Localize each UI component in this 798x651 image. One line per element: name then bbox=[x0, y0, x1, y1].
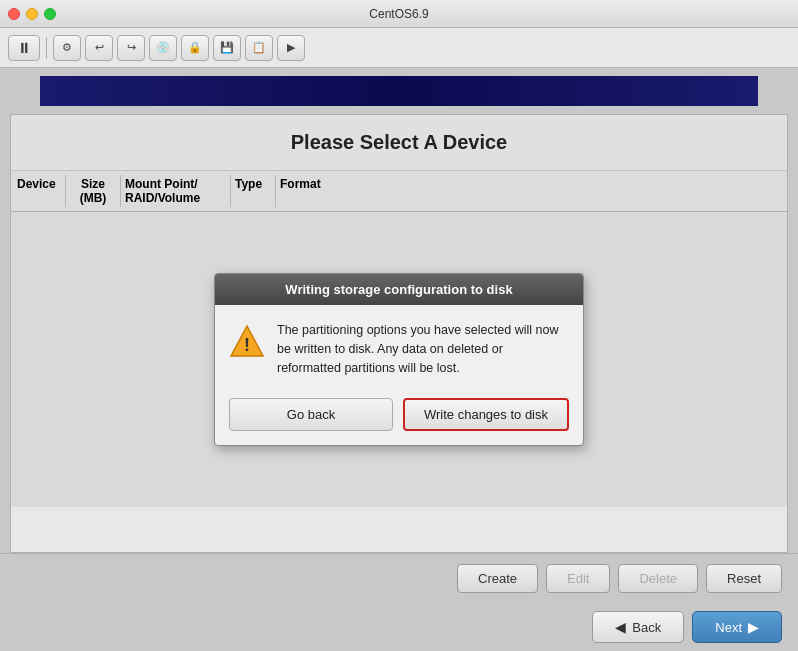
dialog-box: Writing storage configuration to disk ! … bbox=[214, 273, 584, 445]
save-icon[interactable]: 💾 bbox=[213, 35, 241, 61]
next-nav-label: Next bbox=[715, 620, 742, 635]
col-device-header: Device bbox=[11, 175, 66, 207]
window-title: CentOS6.9 bbox=[369, 7, 428, 21]
back-nav-button[interactable]: ◀ Back bbox=[592, 611, 684, 643]
settings-icon[interactable]: ⚙ bbox=[53, 35, 81, 61]
reset-button[interactable]: Reset bbox=[706, 564, 782, 593]
content-body: Writing storage configuration to disk ! … bbox=[11, 212, 787, 507]
dialog-buttons: Go back Write changes to disk bbox=[215, 390, 583, 445]
toolbar-separator bbox=[46, 37, 47, 59]
page-title-section: Please Select A Device bbox=[11, 115, 787, 171]
lock-icon[interactable]: 🔒 bbox=[181, 35, 209, 61]
page-title: Please Select A Device bbox=[291, 131, 507, 153]
svg-text:!: ! bbox=[244, 335, 250, 355]
col-format-header: Format bbox=[276, 175, 336, 207]
pause-button[interactable]: ⏸ bbox=[8, 35, 40, 61]
back-nav-label: Back bbox=[632, 620, 661, 635]
next-nav-button[interactable]: Next ▶ bbox=[692, 611, 782, 643]
bottom-nav-bar: ◀ Back Next ▶ bbox=[0, 603, 798, 651]
write-changes-button[interactable]: Write changes to disk bbox=[403, 398, 569, 431]
delete-button[interactable]: Delete bbox=[618, 564, 698, 593]
col-size-header: Size(MB) bbox=[66, 175, 121, 207]
warning-icon: ! bbox=[229, 323, 265, 359]
bottom-action-bar: Create Edit Delete Reset bbox=[0, 553, 798, 603]
blue-banner bbox=[40, 76, 758, 106]
back-arrow-icon[interactable]: ↩ bbox=[85, 35, 113, 61]
dialog-title: Writing storage configuration to disk bbox=[215, 274, 583, 305]
minimize-button[interactable] bbox=[26, 8, 38, 20]
main-content-wrapper: Please Select A Device Device Size(MB) M… bbox=[10, 114, 788, 553]
window-controls bbox=[8, 8, 56, 20]
col-mount-header: Mount Point/RAID/Volume bbox=[121, 175, 231, 207]
table-header: Device Size(MB) Mount Point/RAID/Volume … bbox=[11, 171, 787, 212]
play-icon[interactable]: ▶ bbox=[277, 35, 305, 61]
copy-icon[interactable]: 📋 bbox=[245, 35, 273, 61]
dialog-message: The partitioning options you have select… bbox=[277, 321, 569, 377]
forward-arrow-icon[interactable]: ↪ bbox=[117, 35, 145, 61]
back-arrow-icon: ◀ bbox=[615, 619, 626, 635]
dialog-body: ! The partitioning options you have sele… bbox=[215, 305, 583, 389]
go-back-button[interactable]: Go back bbox=[229, 398, 393, 431]
create-button[interactable]: Create bbox=[457, 564, 538, 593]
toolbar: ⏸ ⚙ ↩ ↪ 💿 🔒 💾 📋 ▶ bbox=[0, 28, 798, 68]
titlebar: CentOS6.9 bbox=[0, 0, 798, 28]
maximize-button[interactable] bbox=[44, 8, 56, 20]
close-button[interactable] bbox=[8, 8, 20, 20]
edit-button[interactable]: Edit bbox=[546, 564, 610, 593]
col-type-header: Type bbox=[231, 175, 276, 207]
next-arrow-icon: ▶ bbox=[748, 619, 759, 635]
dialog-overlay: Writing storage configuration to disk ! … bbox=[11, 212, 787, 507]
disk-icon[interactable]: 💿 bbox=[149, 35, 177, 61]
